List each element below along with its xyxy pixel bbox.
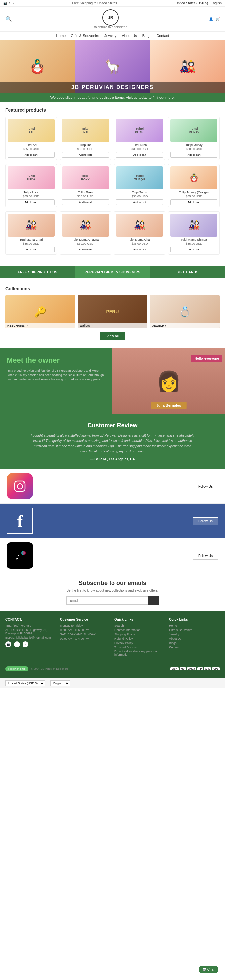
add-to-cart-12[interactable]: Add to cart [171, 247, 217, 252]
account-icon[interactable]: 👤 [209, 17, 213, 21]
subscribe-subtitle: Be the first to know about new collectio… [10, 589, 215, 592]
collections-title: Collections [5, 286, 220, 291]
instagram-follow-button[interactable]: Follow Us [193, 482, 219, 490]
footer-link-shipping[interactable]: Shipping Policy [115, 633, 165, 636]
footer-link-search[interactable]: Search [115, 624, 165, 627]
collection-wallets[interactable]: PERU Wallets → [78, 295, 148, 328]
add-to-cart-11[interactable]: Add to cart [116, 247, 163, 252]
product-img-8: 🪆 [171, 166, 217, 189]
tiktok-follow-button[interactable]: Follow Us [193, 552, 219, 560]
instagram-icon-block[interactable] [6, 473, 33, 500]
collections-grid[interactable]: 🔑 KEYCHAINS → PERU Wallets → 💍 JEWELRY → [5, 295, 220, 328]
product-row-2: TultpiPUCA Tultpi Puca $35.00 USD Add to… [5, 164, 220, 207]
search-icon[interactable]: 🔍 [5, 16, 12, 22]
add-to-cart-4[interactable]: Add to cart [171, 152, 217, 158]
email-input[interactable] [66, 596, 148, 605]
product-card-8: 🪆 Tultpi Munay (Orange) $35.00 USD Add t… [168, 164, 220, 207]
svg-point-2 [17, 484, 22, 489]
view-all-button[interactable]: View all [100, 332, 125, 340]
footer-bottom-left[interactable]: Follow on shop © 2024, JB Peruvian Desig… [5, 667, 68, 671]
product-img-7: TultpiTURQU [116, 166, 163, 189]
product-name-8: Tultpi Munay (Orange) [171, 191, 217, 194]
reviewer-name: — Bella M., Los Angeles, CA [10, 457, 215, 461]
footer-link-contact2[interactable]: Contact [169, 646, 220, 649]
nav-home[interactable]: Home [56, 34, 65, 38]
add-to-cart-9[interactable]: Add to cart [8, 247, 54, 252]
currency-selector-bottom[interactable]: United States (USD $) [5, 680, 45, 686]
jewelry-label: JEWELRY → [150, 323, 220, 328]
top-bar-right[interactable]: United States (USD $) English [176, 1, 222, 5]
featured-title: Featured products [5, 107, 220, 113]
product-card-5: TultpiPUCA Tultpi Puca $35.00 USD Add to… [5, 164, 57, 207]
footer-bottom: Follow on shop © 2024, JB Peruvian Desig… [5, 663, 220, 671]
nav-about[interactable]: About Us [122, 34, 137, 38]
add-to-cart-8[interactable]: Add to cart [171, 199, 217, 205]
logo: JB [102, 9, 119, 26]
footer-link-blogs[interactable]: Blogs [169, 641, 220, 644]
top-bar-social[interactable]: 📷 f ♪ [3, 1, 14, 5]
footer-link-jewelry[interactable]: Jewelry [169, 633, 220, 636]
product-img-1: TultpiAPI [8, 119, 54, 142]
header-right[interactable]: 👤 🛒 [209, 17, 220, 21]
nav-blogs[interactable]: Blogs [142, 34, 152, 38]
svg-point-3 [22, 482, 24, 484]
instagram-icon[interactable]: 📷 [3, 1, 7, 5]
currency-bar[interactable]: United States (USD $) English [0, 678, 225, 688]
footer-link-gifts[interactable]: Gifts & Souvenirs [169, 628, 220, 632]
logo-area: JB JB PERUVIAN DESIGNERS [94, 9, 128, 29]
facebook-icon-block[interactable]: f [6, 508, 33, 534]
footer-grid: CONTACT: TEL: (562)-700-4897 ADDRESS: 10… [5, 618, 220, 657]
top-bar: 📷 f ♪ Free Shipping to United States Uni… [0, 0, 225, 6]
footer-instagram-icon[interactable]: 📷 [5, 641, 11, 647]
footer-facebook-icon[interactable]: f [14, 641, 20, 647]
add-to-cart-7[interactable]: Add to cart [116, 199, 163, 205]
footer-tiktok-icon[interactable]: ♪ [22, 641, 29, 647]
subscribe-section: Subscribe to our emails Be the first to … [0, 573, 225, 611]
footer-social-icons[interactable]: 📷 f ♪ [5, 641, 56, 647]
email-row[interactable]: → [66, 596, 159, 605]
banner-free-shipping[interactable]: FREE SHIPPING TO US [0, 266, 75, 278]
add-to-cart-6[interactable]: Add to cart [62, 199, 109, 205]
hero-overlay-text: JB PERUVIAN DESIGNERS [0, 82, 225, 93]
nav-jewelry[interactable]: Jewelry [104, 34, 116, 38]
footer-link-contact[interactable]: Contact Information [115, 628, 165, 632]
product-img-6: TultpiROXY [62, 166, 109, 189]
subscribe-button[interactable]: → [148, 596, 159, 605]
footer-link-about[interactable]: About Us [169, 637, 220, 640]
collection-keychains[interactable]: 🔑 KEYCHAINS → [5, 295, 75, 328]
footer-link-donotsell[interactable]: Do not sell or share my personal informa… [115, 650, 165, 656]
add-to-cart-10[interactable]: Add to cart [62, 247, 109, 252]
facebook-follow-button[interactable]: Follow Us [193, 517, 219, 525]
currency-selector-top[interactable]: United States (USD $) [176, 1, 208, 5]
keychains-label: KEYCHAINS → [5, 323, 75, 328]
footer-link-privacy[interactable]: Privacy Policy [115, 641, 165, 644]
add-to-cart-5[interactable]: Add to cart [8, 199, 54, 205]
product-img-4: TultpiMUNAY [171, 119, 217, 142]
nav-gifts[interactable]: Gifts & Souvenirs [71, 34, 99, 38]
main-nav[interactable]: Home Gifts & Souvenirs Jewelry About Us … [0, 32, 225, 40]
banner-gift-cards[interactable]: GIFT CARDS [150, 266, 225, 278]
footer-link-terms[interactable]: Terms of Service [115, 646, 165, 649]
footer-quick-links: Quick Links Search Contact Information S… [115, 618, 165, 657]
product-img-12: 🎎 [171, 213, 217, 237]
three-banners[interactable]: FREE SHIPPING TO US PERUVIAN GIFTS & SOU… [0, 266, 225, 278]
payment-gpay: GPY [212, 667, 220, 670]
language-selector-bottom[interactable]: English [50, 680, 70, 686]
product-card-7: TultpiTURQU Tulpi Turqu $35.00 USD Add t… [114, 164, 166, 207]
product-img-10: 🎎 [62, 213, 109, 237]
banner-peruvian-gifts[interactable]: PERUVIAN GIFTS & SOUVENIRS [75, 266, 150, 278]
product-name-7: Tulpi Turqu [116, 191, 163, 194]
language-selector-top[interactable]: English [211, 1, 222, 5]
facebook-icon[interactable]: f [9, 1, 10, 5]
add-to-cart-3[interactable]: Add to cart [116, 152, 163, 158]
add-to-cart-1[interactable]: Add to cart [8, 152, 54, 158]
footer-quick-links-2: Quick Links Home Gifts & Souvenirs Jewel… [169, 618, 220, 657]
footer-link-refund[interactable]: Refund Policy [115, 637, 165, 640]
tiktok-icon-block[interactable]: ♪ [6, 542, 33, 569]
nav-contact[interactable]: Contact [156, 34, 169, 38]
add-to-cart-2[interactable]: Add to cart [62, 152, 109, 158]
footer-link-home[interactable]: Home [169, 624, 220, 627]
follow-shop-button[interactable]: Follow on shop [5, 667, 29, 671]
cart-icon[interactable]: 🛒 [216, 17, 220, 21]
collection-jewelry[interactable]: 💍 JEWELRY → [150, 295, 220, 328]
